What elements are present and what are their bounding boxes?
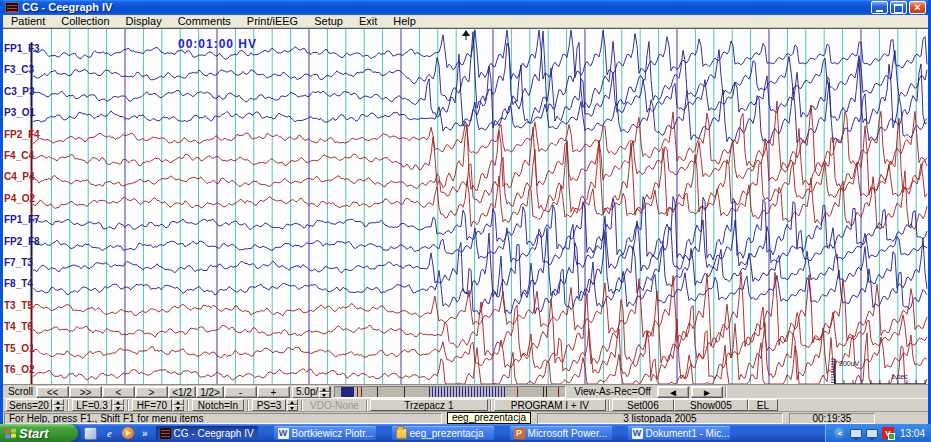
- channel-label-fp1_f7: FP1_F7: [4, 215, 40, 225]
- notch-field[interactable]: Notch=In: [192, 399, 244, 411]
- page-speed-field[interactable]: PS=3: [252, 399, 298, 411]
- high-filter-field-spinner[interactable]: [173, 399, 184, 411]
- overview-event-tick: [480, 387, 481, 397]
- taskbar-tooltip: eeg_prezentacja: [447, 412, 531, 424]
- page-left-fast-button[interactable]: <<: [36, 386, 69, 398]
- calibration-scale: 200uV1 sec: [831, 359, 925, 384]
- settings-divider: [366, 400, 368, 411]
- quick-launch-overflow-chevron[interactable]: »: [140, 428, 150, 439]
- eeg-trace-p3_o1: [33, 83, 927, 143]
- statusbar: For Help, press F1., Shift F1 for menu i…: [3, 411, 928, 424]
- menu-item-print-ieeg[interactable]: Print/iEEG: [239, 15, 306, 28]
- high-filter-field-value[interactable]: HF=70: [132, 399, 172, 411]
- sensitivity-minus-button[interactable]: -: [224, 386, 257, 398]
- overview-event-tick: [432, 387, 433, 397]
- eeg-display[interactable]: 00:01:00 HV 200uV1 secFP1_F3F3_C3C3_P3P3…: [3, 28, 928, 384]
- sensitivity-field-spinner[interactable]: [53, 399, 64, 411]
- sensitivity-field[interactable]: Sens=20: [6, 399, 64, 411]
- notch-field-value[interactable]: Notch=In: [192, 399, 244, 411]
- media-player-icon[interactable]: [122, 427, 134, 439]
- settings-divider-2: [490, 400, 492, 411]
- show-desktop-icon[interactable]: [84, 427, 97, 440]
- app-window: CG - Ceegraph IV PatientCollectionDispla…: [0, 0, 931, 424]
- overview-event-tick: [357, 387, 358, 397]
- channel-label-f3_c3: F3_C3: [4, 65, 34, 75]
- channel-label-p3_o1: P3_O1: [4, 108, 35, 118]
- overview-event-tick: [456, 387, 457, 397]
- task-button-bortkiewicz-piotr[interactable]: WBortkiewicz Piotr...: [274, 426, 376, 440]
- review-toolbar: Scroll <<>><><1/21/2>-+ 5.0p/ View-As-Re…: [3, 384, 928, 398]
- overview-position-indicator[interactable]: [341, 387, 354, 397]
- network-icon-2[interactable]: [866, 429, 878, 438]
- channel-label-p4_o2: P4_O2: [4, 194, 35, 204]
- program-button[interactable]: PROGRAM I + IV: [494, 399, 606, 411]
- page-left-button[interactable]: <: [102, 386, 135, 398]
- menubar: PatientCollectionDisplayCommentsPrint/iE…: [3, 15, 928, 28]
- eeg-timestamp: 00:01:00 HV: [178, 38, 257, 50]
- eeg-trace-f7_t3: [33, 228, 927, 298]
- field-divider: [127, 400, 129, 411]
- page-speed-field-value[interactable]: PS=3: [252, 399, 286, 411]
- patient-name-button[interactable]: Trzepacz 1: [370, 399, 488, 411]
- menu-item-setup[interactable]: Setup: [306, 15, 351, 28]
- overview-event-tick: [474, 387, 475, 397]
- overview-event-tick: [546, 387, 547, 397]
- half-page-left-button[interactable]: <1/2: [168, 386, 196, 398]
- page-right-button[interactable]: >: [135, 386, 168, 398]
- status-clock: 00:19:35: [789, 413, 875, 424]
- low-filter-field-spinner[interactable]: [113, 399, 124, 411]
- overview-event-tick: [468, 387, 469, 397]
- event-next-button[interactable]: ►: [691, 386, 723, 398]
- event-prev-button[interactable]: ◄: [657, 386, 689, 398]
- overview-event-tick: [465, 387, 466, 397]
- network-icon[interactable]: [850, 429, 862, 438]
- internet-explorer-icon[interactable]: e: [103, 427, 116, 440]
- low-filter-field[interactable]: LF=0.3: [72, 399, 124, 411]
- overview-event-tick: [459, 387, 460, 397]
- half-page-right-button[interactable]: 1/2>: [196, 386, 224, 398]
- task-label: Microsoft Power...: [528, 428, 607, 439]
- field-divider: [301, 400, 303, 411]
- show-button[interactable]: Show005: [674, 399, 748, 411]
- hide-tray-icons-button[interactable]: <: [834, 427, 846, 439]
- time-scale-label: 1 sec: [891, 373, 908, 380]
- set-button[interactable]: Set006: [612, 399, 674, 411]
- overview-event-tick: [438, 387, 439, 397]
- task-button-microsoft-power[interactable]: PMicrosoft Power...: [510, 426, 612, 440]
- minimize-button[interactable]: [871, 1, 888, 14]
- overview-event-tick: [441, 387, 442, 397]
- el-button[interactable]: EL: [748, 399, 778, 411]
- status-date: 3 listopada 2005: [537, 413, 783, 424]
- sensitivity-field-value[interactable]: Sens=20: [6, 399, 52, 411]
- high-filter-field[interactable]: HF=70: [132, 399, 184, 411]
- paper-speed-control[interactable]: 5.0p/: [292, 386, 331, 398]
- task-label: CG - Ceegraph IV: [174, 428, 254, 439]
- start-button[interactable]: Start: [0, 424, 78, 442]
- restore-button[interactable]: [890, 1, 907, 14]
- task-button-eeg-prezentacja[interactable]: eeg_prezentacja: [392, 426, 494, 440]
- antivirus-tray-icon[interactable]: V: [882, 427, 894, 439]
- menu-item-comments[interactable]: Comments: [170, 15, 239, 28]
- app-icon: [5, 2, 19, 13]
- sensitivity-plus-button[interactable]: +: [257, 386, 290, 398]
- recording-overview-bar[interactable]: [334, 386, 566, 398]
- task-button-cg-ceegraph-iv[interactable]: CG - Ceegraph IV: [156, 426, 258, 440]
- menu-item-patient[interactable]: Patient: [3, 15, 53, 28]
- overview-event-tick: [453, 387, 454, 397]
- task-button-dokument1-mic[interactable]: WDokument1 - Mic...: [628, 426, 730, 440]
- menu-item-collection[interactable]: Collection: [53, 15, 117, 28]
- task-label: Dokument1 - Mic...: [646, 428, 730, 439]
- menu-item-exit[interactable]: Exit: [351, 15, 385, 28]
- menu-item-help[interactable]: Help: [385, 15, 424, 28]
- low-filter-field-value[interactable]: LF=0.3: [72, 399, 112, 411]
- start-label: Start: [19, 426, 49, 441]
- page-speed-field-spinner[interactable]: [287, 399, 298, 411]
- field-divider: [247, 400, 249, 411]
- titlebar[interactable]: CG - Ceegraph IV: [3, 0, 928, 15]
- paper-speed-spinner[interactable]: [319, 386, 330, 398]
- overview-event-tick: [450, 387, 451, 397]
- menu-item-display[interactable]: Display: [118, 15, 170, 28]
- page-right-fast-button[interactable]: >>: [69, 386, 102, 398]
- folder-icon: [396, 428, 407, 439]
- close-button[interactable]: [909, 1, 926, 14]
